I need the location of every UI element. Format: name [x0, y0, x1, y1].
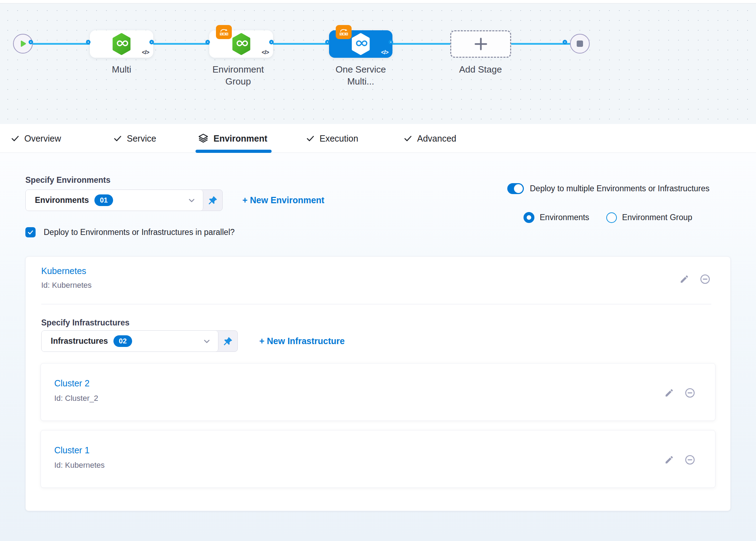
connector-dot[interactable]	[563, 40, 567, 44]
pin-runtime-input-button[interactable]	[203, 190, 222, 211]
specify-infrastructures-label: Specify Infrastructures	[41, 318, 130, 328]
stage-label: Environment Group	[208, 63, 268, 87]
infrastructure-id-text: Id: Kubernetes	[54, 461, 105, 470]
check-icon	[403, 134, 413, 143]
radio-environment-group-label: Environment Group	[622, 213, 692, 222]
parallel-deploy-row: Deploy to Environments or Infrastructure…	[25, 227, 235, 237]
tab-label: Overview	[24, 133, 61, 144]
connector-dot[interactable]	[325, 40, 330, 44]
connector-dot[interactable]	[149, 40, 154, 44]
tab-environment[interactable]: Environment	[198, 124, 267, 153]
infrastructure-card-cluster-1: Cluster 1 Id: Kubernetes	[41, 430, 715, 488]
check-icon	[306, 134, 315, 143]
infrastructure-id-text: Id: Cluster_2	[54, 394, 98, 403]
environments-count-badge: 01	[94, 194, 113, 206]
tab-label: Environment	[213, 133, 267, 144]
stage-label: One Service Multi...	[331, 63, 391, 87]
pencil-icon	[680, 274, 689, 284]
check-icon	[11, 134, 20, 143]
remove-environment-button[interactable]	[700, 274, 711, 285]
new-infrastructure-link[interactable]: + New Infrastructure	[259, 330, 345, 352]
pencil-icon	[664, 455, 674, 465]
infrastructure-name-link[interactable]: Cluster 1	[54, 445, 89, 455]
remove-infrastructure-button[interactable]	[684, 454, 695, 465]
pencil-icon	[664, 388, 674, 398]
environment-type-radio-group: Environments Environment Group	[523, 212, 692, 223]
infrastructures-dropdown[interactable]: Infrastructures 02	[41, 330, 238, 352]
environments-dropdown[interactable]: Environments 01	[25, 189, 223, 211]
add-stage-label: Add Stage	[442, 63, 519, 75]
radio-environments-label: Environments	[540, 213, 589, 222]
chevron-down-icon	[187, 195, 197, 205]
rolling-deployment-badge-icon	[216, 25, 232, 39]
minus-circle-icon	[684, 454, 695, 465]
multi-env-toggle-label: Deploy to multiple Environments or Infra…	[530, 184, 709, 193]
infrastructures-dropdown-value[interactable]: Infrastructures 02	[42, 331, 218, 352]
infrastructures-count-badge: 02	[113, 335, 132, 347]
stage-yaml-glyph[interactable]: </>	[262, 49, 269, 56]
connector-dot[interactable]	[205, 40, 210, 44]
environment-tab-panel: Specify Environments Environments 01 + N…	[0, 153, 756, 541]
add-stage-button[interactable]	[450, 30, 511, 58]
connector-dot[interactable]	[86, 40, 91, 44]
environment-name-link[interactable]: Kubernetes	[41, 266, 86, 276]
infrastructure-name-link[interactable]: Cluster 2	[54, 378, 89, 388]
deploy-stage-icon	[111, 33, 132, 55]
edit-environment-button[interactable]	[680, 274, 689, 284]
top-strip	[0, 0, 756, 4]
tab-advanced[interactable]: Advanced	[403, 124, 456, 153]
pin-icon	[223, 336, 233, 347]
environments-dropdown-value[interactable]: Environments 01	[26, 190, 203, 211]
edit-infrastructure-button[interactable]	[664, 388, 674, 398]
pin-runtime-input-button[interactable]	[218, 331, 237, 352]
stage-yaml-glyph[interactable]: </>	[142, 49, 149, 56]
stage-yaml-glyph[interactable]: </>	[381, 49, 388, 56]
edit-infrastructure-button[interactable]	[664, 455, 674, 465]
parallel-deploy-checkbox[interactable]	[25, 227, 36, 237]
radio-environment-group[interactable]	[606, 212, 617, 223]
environment-actions	[680, 274, 711, 285]
check-icon	[27, 229, 34, 236]
divider	[41, 304, 711, 304]
stage-label: Multi	[83, 63, 160, 75]
radio-environments[interactable]	[523, 212, 534, 223]
environment-id-text: Id: Kubernetes	[41, 281, 92, 290]
minus-circle-icon	[684, 387, 695, 398]
infrastructure-actions	[664, 454, 695, 465]
stop-icon	[577, 41, 583, 47]
pipeline-end-node[interactable]	[570, 34, 590, 54]
stage-card-environment-group[interactable]: </>	[209, 30, 273, 58]
environment-card-kubernetes: Kubernetes Id: Kubernetes Specify Infras…	[25, 256, 731, 511]
deploy-stage-icon	[231, 33, 252, 55]
multi-env-toggle-row: Deploy to multiple Environments or Infra…	[507, 183, 709, 194]
infrastructure-actions	[664, 387, 695, 398]
toggle-knob	[514, 184, 523, 193]
new-environment-link[interactable]: + New Environment	[242, 189, 324, 211]
stage-card-one-service-multi[interactable]: </>	[329, 30, 392, 58]
tab-label: Service	[127, 133, 156, 144]
tab-label: Execution	[320, 133, 358, 144]
parallel-deploy-label: Deploy to Environments or Infrastructure…	[44, 228, 235, 237]
tab-label: Advanced	[417, 133, 456, 144]
tab-overview[interactable]: Overview	[11, 124, 61, 153]
pipeline-canvas[interactable]: </> Multi </> Environment Group	[0, 4, 756, 124]
remove-infrastructure-button[interactable]	[684, 387, 695, 398]
check-icon	[113, 134, 122, 143]
connector-dot[interactable]	[389, 40, 393, 44]
pin-icon	[207, 195, 218, 206]
stage-tabbar: Overview Service Environment Execution A…	[0, 124, 756, 153]
play-icon	[18, 39, 27, 48]
rolling-deployment-badge-icon	[336, 25, 352, 39]
chevron-down-icon	[202, 336, 212, 346]
tab-execution[interactable]: Execution	[306, 124, 358, 153]
minus-circle-icon	[700, 274, 711, 285]
deploy-stage-icon-selected	[351, 33, 371, 55]
connector-dot[interactable]	[269, 40, 274, 44]
specify-environments-label: Specify Environments	[25, 175, 111, 185]
stage-card-multi[interactable]: </>	[90, 30, 153, 58]
tab-service[interactable]: Service	[113, 124, 156, 153]
multi-env-toggle[interactable]	[507, 183, 524, 194]
connector-dot[interactable]	[29, 40, 33, 44]
environment-layers-icon	[198, 133, 209, 144]
plus-icon	[473, 36, 489, 52]
